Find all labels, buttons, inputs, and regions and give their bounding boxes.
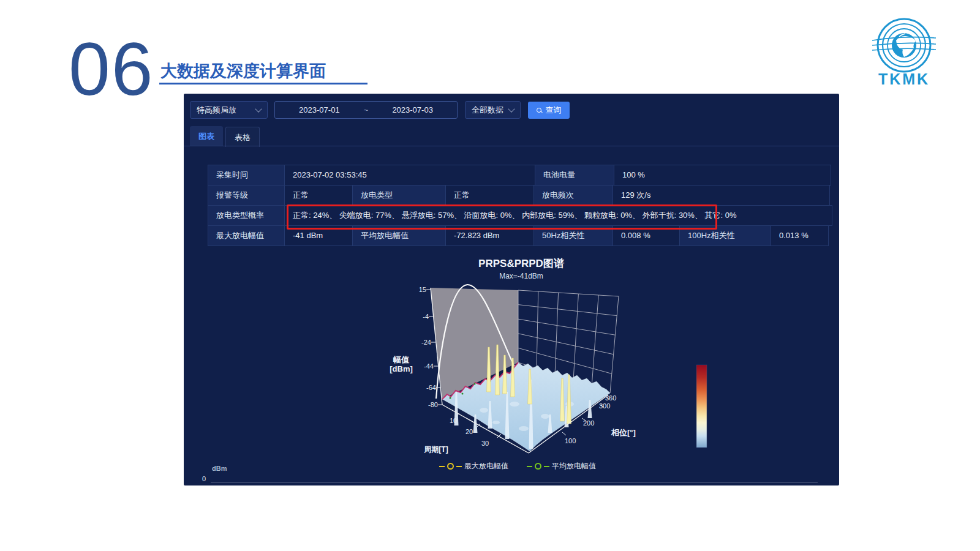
signal-type-value: 特高频局放 xyxy=(197,105,236,116)
tab-table[interactable]: 表格 xyxy=(225,127,260,147)
lower-chart-zero-tick: 0 xyxy=(202,475,206,482)
search-icon xyxy=(537,108,542,113)
colorbar xyxy=(696,365,707,448)
date-end-value[interactable]: 2023-07-03 xyxy=(392,105,433,114)
svg-text:30: 30 xyxy=(481,440,489,447)
data-scope-select[interactable]: 全部数据 xyxy=(465,101,521,119)
red-highlight-box xyxy=(287,204,717,230)
cell-value: 正常 xyxy=(284,185,353,206)
chart-legend: 最大放电幅值 平均放电幅值 xyxy=(196,461,839,471)
date-start-value[interactable]: 2023-07-01 xyxy=(299,105,340,114)
cell-label: 放电频次 xyxy=(533,185,613,206)
cell-value: 100 % xyxy=(614,165,831,186)
chevron-down-icon xyxy=(508,105,514,112)
svg-text:[dBm]: [dBm] xyxy=(390,364,413,373)
legend-line xyxy=(456,466,462,467)
cell-label: 放电类型概率 xyxy=(208,205,285,226)
page-title: 大数据及深度计算界面 xyxy=(160,60,326,82)
svg-text:-44: -44 xyxy=(424,362,434,370)
cell-label: 放电类型 xyxy=(352,185,446,206)
legend-label: 最大放电幅值 xyxy=(464,461,508,471)
table-row: 报警等级 正常 放电类型 正常 放电频次 129 次/s xyxy=(208,186,834,206)
logo-text: TKMK xyxy=(878,70,930,88)
svg-text:-64: -64 xyxy=(426,384,436,391)
lower-chart-baseline xyxy=(211,482,818,482)
cell-label: 采集时间 xyxy=(208,165,285,186)
legend-line xyxy=(544,466,549,467)
dashboard-panel: 特高频局放 2023-07-01 ~ 2023-07-03 全部数据 查询 图表… xyxy=(184,94,839,485)
slide: 06 大数据及深度计算界面 TKMK 特高频局放 2023-07-01 ~ 20… xyxy=(0,0,980,551)
legend-item-max[interactable]: 最大放电幅值 xyxy=(439,461,508,471)
svg-text:幅值: 幅值 xyxy=(393,355,409,364)
svg-text:100: 100 xyxy=(565,437,576,444)
tab-chart[interactable]: 图表 xyxy=(190,126,223,146)
svg-text:10: 10 xyxy=(450,417,457,424)
svg-text:200: 200 xyxy=(583,419,594,427)
cell-label: 最大放电幅值 xyxy=(208,225,285,246)
svg-text:-4: -4 xyxy=(423,313,429,320)
legend-label: 平均放电幅值 xyxy=(552,461,596,471)
table-row: 采集时间 2023-07-02 03:53:45 电池电量 100 % xyxy=(208,165,834,186)
cell-value: 2023-07-02 03:53:45 xyxy=(284,165,535,186)
cell-value: 正常 xyxy=(445,185,534,206)
signal-type-select[interactable]: 特高频局放 xyxy=(190,101,268,119)
phase-axis-title: 相位[°] xyxy=(611,428,636,437)
company-logo: TKMK xyxy=(872,13,936,88)
period-axis-title: 周期[T] xyxy=(423,445,448,454)
chevron-down-icon xyxy=(255,105,262,112)
prps-3d-chart: 15 -4 -24 -44 -64 -80 幅值 [dBm] 10 20 30 … xyxy=(368,279,723,462)
cell-label: 电池电量 xyxy=(535,165,614,186)
lower-chart-unit-label: dBm xyxy=(212,465,227,472)
tab-divider xyxy=(184,146,839,146)
cell-value: 0.013 % xyxy=(771,225,829,246)
query-button-label: 查询 xyxy=(546,105,562,116)
legend-marker-icon xyxy=(447,463,454,470)
title-underline xyxy=(159,83,368,84)
svg-text:300: 300 xyxy=(599,402,610,410)
svg-text:-80: -80 xyxy=(428,401,438,408)
legend-marker-icon xyxy=(535,463,541,470)
legend-line xyxy=(439,466,445,467)
legend-line xyxy=(527,466,532,467)
slide-number: 06 xyxy=(69,32,154,107)
query-button[interactable]: 查询 xyxy=(528,102,570,119)
svg-text:15: 15 xyxy=(419,286,426,293)
cell-value: 129 次/s xyxy=(612,185,830,206)
svg-text:360: 360 xyxy=(605,394,616,402)
date-range-picker[interactable]: 2023-07-01 ~ 2023-07-03 xyxy=(274,101,458,119)
globe-icon xyxy=(872,19,936,72)
chart-title: PRPS&PRPD图谱 xyxy=(194,257,849,271)
svg-text:-24: -24 xyxy=(421,339,431,346)
date-separator: ~ xyxy=(364,105,369,114)
cell-label: 报警等级 xyxy=(208,185,285,206)
amp-axis-title: 幅值 [dBm] xyxy=(390,355,413,373)
legend-item-avg[interactable]: 平均放电幅值 xyxy=(527,461,596,471)
data-scope-value: 全部数据 xyxy=(472,105,503,116)
svg-text:20: 20 xyxy=(466,428,473,435)
